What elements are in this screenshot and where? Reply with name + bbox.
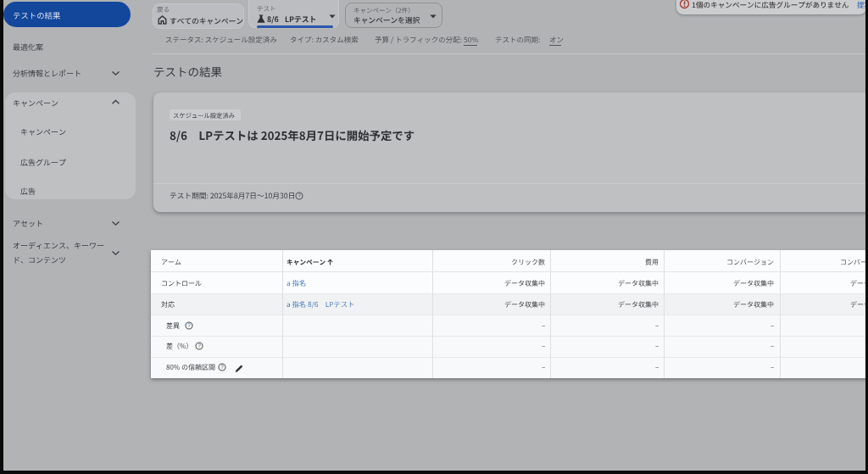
svg-text:?: ? bbox=[187, 322, 191, 328]
svg-text:?: ? bbox=[220, 364, 224, 370]
svg-text:?: ? bbox=[198, 343, 201, 349]
svg-text:?: ? bbox=[298, 192, 301, 198]
